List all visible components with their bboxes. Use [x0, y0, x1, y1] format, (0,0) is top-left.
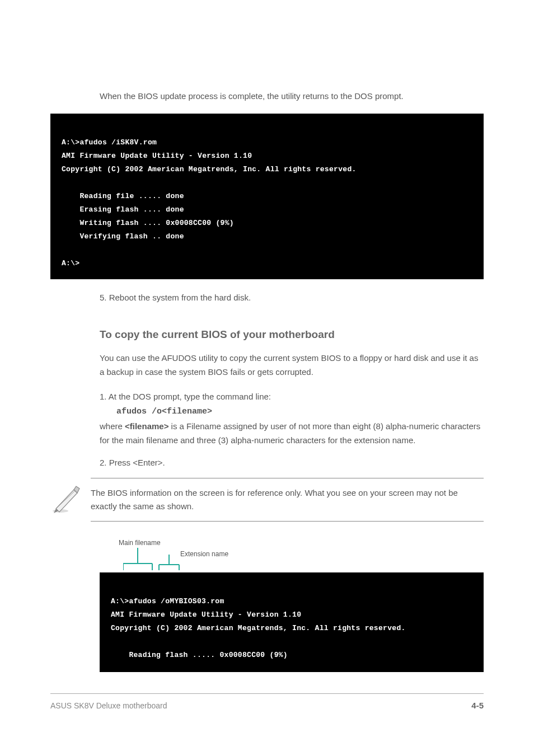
connector-lines: [123, 548, 196, 575]
note-box: The BIOS information on the screen is fo…: [50, 477, 484, 522]
terminal-line: A:\>: [62, 259, 79, 267]
command-annotation: Main filename Extension name: [50, 539, 484, 572]
step-5: 5. Reboot the system from the hard disk.: [50, 290, 484, 305]
terminal-output-2: A:\>afudos /oMYBIOS03.rom AMI Firmware U…: [100, 572, 484, 672]
step-1-filename-ref: <filename>: [125, 421, 168, 431]
step-1-prefix: 1. At the DOS prompt, type the command l…: [100, 392, 271, 401]
terminal-line: AMI Firmware Update Utility - Version 1.…: [111, 611, 301, 619]
intro-paragraph: You can use the AFUDOS utility to copy t…: [50, 351, 484, 379]
section-heading-copy-bios: To copy the current BIOS of your motherb…: [50, 328, 484, 341]
terminal-line: AMI Firmware Update Utility - Version 1.…: [62, 152, 252, 160]
terminal-line: Reading flash ..... 0x0008CC00 (9%): [111, 651, 288, 659]
terminal-line: Reading file ..... done: [62, 192, 184, 200]
terminal-line: A:\>afudos /iSK8V.rom: [62, 138, 157, 147]
step-1: 1. At the DOS prompt, type the command l…: [50, 389, 484, 448]
terminal-line: Copyright (C) 2002 American Megatrends, …: [111, 624, 406, 632]
pen-icon: [50, 484, 82, 515]
paragraph-completion: When the BIOS update process is complete…: [50, 89, 484, 104]
step-1-command: afudos /o: [116, 407, 162, 416]
step-1-filename-placeholder: <filename>: [162, 407, 212, 416]
footer-page-number: 4-5: [471, 701, 484, 710]
terminal-line: Copyright (C) 2002 American Megatrends, …: [62, 165, 357, 173]
step-1-where: where: [100, 421, 125, 431]
terminal-output-1: A:\>afudos /iSK8V.rom AMI Firmware Updat…: [50, 114, 484, 280]
step-2: 2. Press <Enter>.: [50, 456, 484, 470]
terminal-line: A:\>afudos /oMYBIOS03.rom: [111, 597, 224, 605]
terminal-line: Writing flash .... 0x0008CC00 (9%): [62, 219, 234, 227]
footer-left: ASUS SK8V Deluxe motherboard: [50, 701, 167, 710]
note-divider-bottom: [91, 521, 484, 522]
terminal-line: Verifying flash .. done: [62, 232, 184, 241]
page-footer: ASUS SK8V Deluxe motherboard 4-5: [50, 693, 484, 710]
label-main-filename: Main filename: [119, 539, 161, 547]
terminal-line: Erasing flash .... done: [62, 205, 184, 214]
note-text: The BIOS information on the screen is fo…: [91, 478, 484, 521]
